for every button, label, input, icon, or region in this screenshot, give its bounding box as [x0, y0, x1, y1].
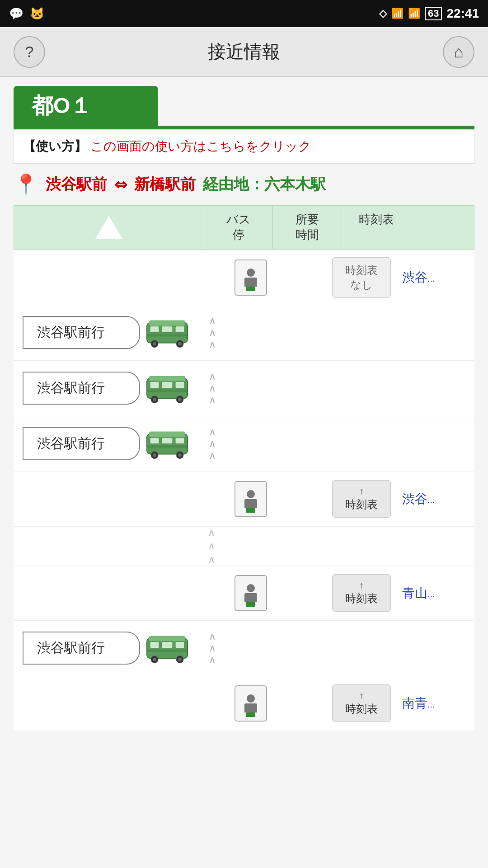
- signal-icon: 📶: [408, 8, 420, 19]
- timetable-cell-3[interactable]: ↑時刻表: [321, 574, 402, 612]
- svg-point-18: [178, 397, 182, 401]
- stop-row-4: ↑時刻表 南青...: [14, 676, 474, 731]
- timetable-btn-1[interactable]: 時刻表なし: [321, 257, 402, 298]
- svg-rect-9: [147, 334, 188, 336]
- svg-rect-4: [175, 326, 184, 332]
- svg-rect-24: [175, 437, 184, 443]
- chevrons-1: ∧ ∧ ∧: [194, 311, 230, 354]
- stop-name-3: 青山...: [402, 585, 474, 602]
- stop-icon-4: [230, 685, 271, 722]
- table-header: バス停 所要時間 時刻表: [14, 205, 474, 250]
- svg-rect-32: [150, 642, 159, 648]
- svg-rect-23: [162, 437, 173, 443]
- timetable-active-btn-4[interactable]: ↑時刻表: [332, 684, 391, 722]
- home-button[interactable]: ⌂: [443, 36, 474, 68]
- svg-rect-29: [147, 445, 188, 448]
- chevron-up-icon-3: ∧: [209, 340, 216, 349]
- th-bus-stop: バス停: [204, 206, 273, 249]
- route-to: 新橋駅前: [134, 174, 196, 195]
- clock: 22:41: [446, 6, 479, 21]
- bus-icon-4: [145, 632, 190, 664]
- route-tab-line: [14, 126, 474, 129]
- svg-point-38: [178, 657, 182, 661]
- svg-rect-12: [150, 382, 159, 388]
- android-icon: 🐱: [30, 7, 44, 21]
- destination-3: 渋谷駅前行: [23, 427, 140, 460]
- usage-label: 【使い方】: [23, 139, 87, 153]
- chevron-up-icon-1: ∧: [209, 316, 216, 326]
- stop-name-2: 渋谷...: [402, 491, 474, 508]
- timetable-cell-2[interactable]: ↑時刻表: [321, 480, 402, 518]
- chevron-up-icon-6: ∧: [209, 395, 216, 405]
- chevrons-2: ∧ ∧ ∧: [194, 367, 230, 410]
- route-via: 経由地：六本木駅: [203, 174, 326, 195]
- home-icon: ⌂: [454, 42, 464, 61]
- chevron-up-icon-11: ∧: [208, 540, 215, 552]
- svg-rect-14: [175, 382, 184, 388]
- bus-icon-2: [145, 373, 190, 404]
- route-info: 📍 渋谷駅前 ⇔ 新橋駅前 経由地：六本木駅: [14, 173, 474, 196]
- bus-row-2: 渋谷駅前行 ∧ ∧ ∧: [14, 361, 474, 416]
- main-content: 都O１ 【使い方】 この画面の使い方はこちらをクリック 📍 渋谷駅前 ⇔ 新橋駅…: [0, 77, 488, 740]
- bus-icon-1: [145, 317, 190, 349]
- svg-rect-21: [149, 431, 185, 437]
- svg-rect-3: [162, 326, 173, 332]
- svg-rect-1: [149, 320, 185, 326]
- chevron-up-icon-14: ∧: [209, 643, 216, 653]
- stop-icon-1: [230, 259, 271, 296]
- stop-row-2-left: [14, 472, 230, 526]
- route-from: 渋谷駅前: [46, 174, 107, 195]
- th-empty: [411, 206, 474, 249]
- status-bar-left: 💬 🐱: [9, 7, 44, 21]
- stop-name-1: 渋谷...: [402, 269, 474, 286]
- status-bar: 💬 🐱 ◇ 📶 📶 63 22:41: [0, 0, 488, 27]
- svg-rect-39: [147, 649, 188, 652]
- stop-icon-2: [230, 481, 271, 517]
- stop-row-3-left: [14, 566, 230, 620]
- svg-rect-19: [147, 389, 188, 392]
- chevrons-3: ∧ ∧ ∧: [194, 423, 230, 465]
- page-title: 接近情報: [45, 39, 443, 64]
- stop-row-3: ↑時刻表 青山...: [14, 566, 474, 621]
- chevron-up-icon-5: ∧: [209, 383, 216, 393]
- chevron-up-icon-15: ∧: [209, 655, 216, 665]
- timetable-active-btn-3[interactable]: ↑時刻表: [332, 574, 391, 612]
- timetable-active-btn-2[interactable]: ↑時刻表: [332, 480, 391, 518]
- chevron-up-icon-12: ∧: [208, 554, 215, 566]
- bus-row-3: 渋谷駅前行 ∧ ∧ ∧: [14, 416, 474, 472]
- chevron-up-icon-7: ∧: [209, 427, 216, 437]
- help-icon: ?: [25, 43, 34, 61]
- wifi-icon: 📶: [391, 8, 404, 19]
- chevron-up-icon-13: ∧: [209, 632, 216, 642]
- chevron-up-icon-2: ∧: [209, 328, 216, 338]
- th-timetable: 時刻表: [342, 206, 411, 249]
- svg-point-8: [178, 342, 182, 345]
- bus-icon-3: [145, 428, 190, 460]
- svg-point-6: [153, 342, 156, 345]
- svg-rect-11: [149, 376, 185, 381]
- th-travel-time: 所要時間: [272, 206, 342, 249]
- chevron-row-between-2-3: ∧ ∧ ∧: [14, 527, 474, 566]
- svg-point-28: [178, 453, 182, 457]
- wechat-icon: 💬: [9, 7, 23, 21]
- timetable-cell-4[interactable]: ↑時刻表: [321, 684, 402, 722]
- svg-point-16: [153, 397, 156, 401]
- status-bar-right: ◇ 📶 📶 63 22:41: [379, 6, 479, 21]
- svg-point-36: [153, 657, 156, 661]
- bus-row-4: 渋谷駅前行 ∧ ∧ ∧: [14, 621, 474, 676]
- chevron-up-icon-10: ∧: [208, 527, 215, 538]
- svg-rect-22: [150, 437, 159, 443]
- usage-bar: 【使い方】 この画面の使い方はこちらをクリック: [14, 129, 474, 164]
- svg-point-26: [153, 453, 156, 457]
- usage-link[interactable]: この画面の使い方はこちらをクリック: [90, 139, 311, 153]
- battery-level: 63: [425, 7, 442, 20]
- route-tab[interactable]: 都O１: [14, 86, 158, 126]
- route-tab-container: 都O１: [14, 86, 474, 129]
- help-button[interactable]: ?: [14, 36, 45, 68]
- stop-row-1: 時刻表なし 渋谷...: [14, 250, 474, 305]
- timetable-no-btn[interactable]: 時刻表なし: [332, 257, 391, 298]
- route-arrow: ⇔: [114, 175, 127, 193]
- chevron-up-icon-9: ∧: [209, 451, 216, 461]
- svg-rect-31: [149, 636, 185, 641]
- chevrons-4: ∧ ∧ ∧: [194, 627, 230, 670]
